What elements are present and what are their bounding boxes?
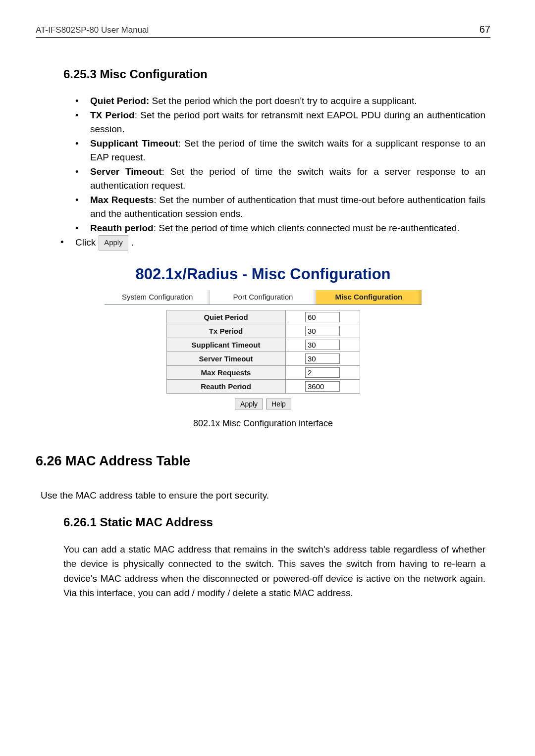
input-tx-period[interactable] bbox=[305, 326, 340, 336]
click-suffix: . bbox=[131, 236, 134, 250]
bullet-dot-icon: • bbox=[75, 221, 90, 236]
bullet-dot-icon: • bbox=[60, 235, 75, 250]
page-header: AT-IFS802SP-80 User Manual 67 bbox=[36, 24, 490, 38]
input-max-requests[interactable] bbox=[305, 367, 340, 378]
header-page-number: 67 bbox=[480, 24, 490, 35]
input-supplicant-timeout[interactable] bbox=[305, 340, 340, 350]
label-tx-period: Tx Period bbox=[166, 324, 285, 338]
tab-system-configuration[interactable]: System Configuration bbox=[105, 290, 210, 305]
bullet-text: Supplicant Timeout: Set the period of ti… bbox=[90, 137, 485, 165]
screenshot-caption: 802.1x Misc Configuration interface bbox=[36, 418, 490, 429]
input-quiet-period[interactable] bbox=[305, 312, 340, 322]
label-quiet-period: Quiet Period bbox=[166, 310, 285, 324]
input-reauth-period[interactable] bbox=[305, 381, 340, 392]
label-max-requests: Max Requests bbox=[166, 365, 285, 379]
bullet-dot-icon: • bbox=[75, 137, 90, 151]
bullet-quiet-period: • Quiet Period: Set the period which the… bbox=[75, 94, 485, 108]
misc-config-table: Quiet Period Tx Period Supplicant Timeou… bbox=[166, 310, 360, 394]
heading-mac-address-table: 6.26 MAC Address Table bbox=[36, 454, 490, 469]
row-reauth-period: Reauth Period bbox=[166, 379, 360, 393]
misc-config-bullet-list: • Quiet Period: Set the period which the… bbox=[75, 94, 485, 251]
header-manual-title: AT-IFS802SP-80 User Manual bbox=[36, 25, 149, 35]
bullet-max-requests: • Max Requests: Set the number of authen… bbox=[75, 193, 485, 221]
row-server-timeout: Server Timeout bbox=[166, 352, 360, 365]
bullet-text: TX Period: Set the period port waits for… bbox=[90, 108, 485, 137]
screenshot-title: 802.1x/Radius - Misc Configuration bbox=[36, 265, 490, 283]
bullet-server-timeout: • Server Timeout: Set the period of time… bbox=[75, 165, 485, 193]
bullet-text: Reauth period: Set the period of time wh… bbox=[90, 221, 485, 236]
bullet-tx-period: • TX Period: Set the period port waits f… bbox=[75, 108, 485, 137]
heading-misc-configuration: 6.25.3 Misc Configuration bbox=[63, 67, 490, 81]
screenshot-tabs: System Configuration Port Configuration … bbox=[105, 290, 422, 305]
click-prefix: Click bbox=[75, 236, 96, 250]
help-button[interactable]: Help bbox=[266, 399, 291, 409]
bullet-text: Server Timeout: Set the period of time t… bbox=[90, 165, 485, 193]
tab-port-configuration[interactable]: Port Configuration bbox=[210, 290, 316, 305]
bullet-text: Quiet Period: Set the period which the p… bbox=[90, 94, 485, 108]
tab-misc-configuration[interactable]: Misc Configuration bbox=[316, 290, 422, 305]
static-mac-body: You can add a static MAC address that re… bbox=[63, 542, 485, 601]
apply-button[interactable]: Apply bbox=[235, 399, 263, 409]
apply-button-inline[interactable]: Apply bbox=[99, 235, 128, 251]
bullet-dot-icon: • bbox=[75, 193, 90, 207]
bullet-dot-icon: • bbox=[75, 108, 90, 123]
bullet-text: Click Apply . bbox=[75, 235, 485, 251]
label-supplicant-timeout: Supplicant Timeout bbox=[166, 338, 285, 352]
row-supplicant-timeout: Supplicant Timeout bbox=[166, 338, 360, 352]
screenshot-button-row: Apply Help bbox=[36, 399, 490, 409]
bullet-dot-icon: • bbox=[75, 94, 90, 108]
bullet-supplicant-timeout: • Supplicant Timeout: Set the period of … bbox=[75, 137, 485, 165]
heading-static-mac-address: 6.26.1 Static MAC Address bbox=[63, 515, 490, 529]
row-tx-period: Tx Period bbox=[166, 324, 360, 338]
input-server-timeout[interactable] bbox=[305, 353, 340, 364]
label-server-timeout: Server Timeout bbox=[166, 352, 285, 365]
bullet-text: Max Requests: Set the number of authenti… bbox=[90, 193, 485, 221]
label-reauth-period: Reauth Period bbox=[166, 379, 285, 393]
row-quiet-period: Quiet Period bbox=[166, 310, 360, 324]
bullet-click-apply: • Click Apply . bbox=[60, 235, 485, 251]
bullet-dot-icon: • bbox=[75, 165, 90, 179]
mac-table-intro: Use the MAC address table to ensure the … bbox=[41, 489, 490, 503]
row-max-requests: Max Requests bbox=[166, 365, 360, 379]
bullet-reauth-period: • Reauth period: Set the period of time … bbox=[75, 221, 485, 236]
screenshot-misc-config: 802.1x/Radius - Misc Configuration Syste… bbox=[36, 265, 490, 429]
